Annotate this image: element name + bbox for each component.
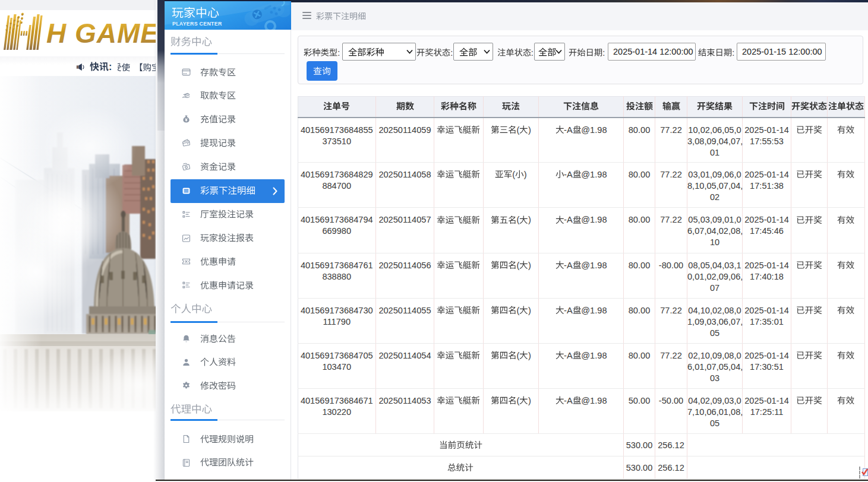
svg-text:H GAME: H GAME	[46, 18, 156, 49]
